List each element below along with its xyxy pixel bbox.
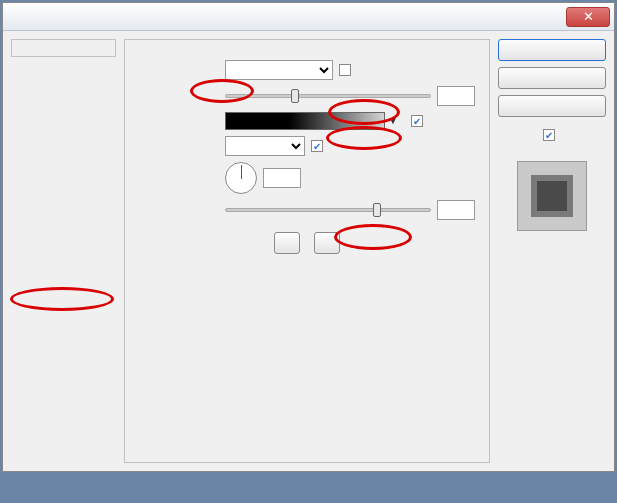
scale-slider[interactable] <box>225 208 431 212</box>
cancel-button[interactable] <box>498 67 606 89</box>
style-select[interactable] <box>225 136 305 156</box>
opacity-row <box>133 86 481 106</box>
action-panel: ✔ <box>498 39 606 463</box>
reset-default-button[interactable] <box>314 232 340 254</box>
angle-dial[interactable] <box>225 162 257 194</box>
options-panel: ✔ ✔ <box>124 39 490 463</box>
styles-panel <box>11 39 116 463</box>
set-default-button[interactable] <box>274 232 300 254</box>
blend-mode-row <box>133 60 481 80</box>
opacity-input[interactable] <box>437 86 475 106</box>
style-row: ✔ <box>133 136 481 156</box>
ok-button[interactable] <box>498 39 606 61</box>
preview-checkbox[interactable]: ✔ <box>543 129 555 141</box>
titlebar[interactable]: ✕ <box>3 3 614 31</box>
new-style-button[interactable] <box>498 95 606 117</box>
angle-input[interactable] <box>263 168 301 188</box>
align-checkbox[interactable]: ✔ <box>311 140 323 152</box>
gradient-swatch[interactable] <box>225 112 385 130</box>
close-button[interactable]: ✕ <box>566 7 610 27</box>
scale-row <box>133 200 481 220</box>
opacity-slider[interactable] <box>225 94 431 98</box>
gradient-row: ✔ <box>133 112 481 130</box>
preview-thumbnail <box>517 161 587 231</box>
layer-style-dialog: ✕ <box>2 2 615 472</box>
angle-row <box>133 162 481 194</box>
scale-input[interactable] <box>437 200 475 220</box>
blend-mode-select[interactable] <box>225 60 333 80</box>
dither-checkbox[interactable] <box>339 64 351 76</box>
reverse-checkbox[interactable]: ✔ <box>411 115 423 127</box>
